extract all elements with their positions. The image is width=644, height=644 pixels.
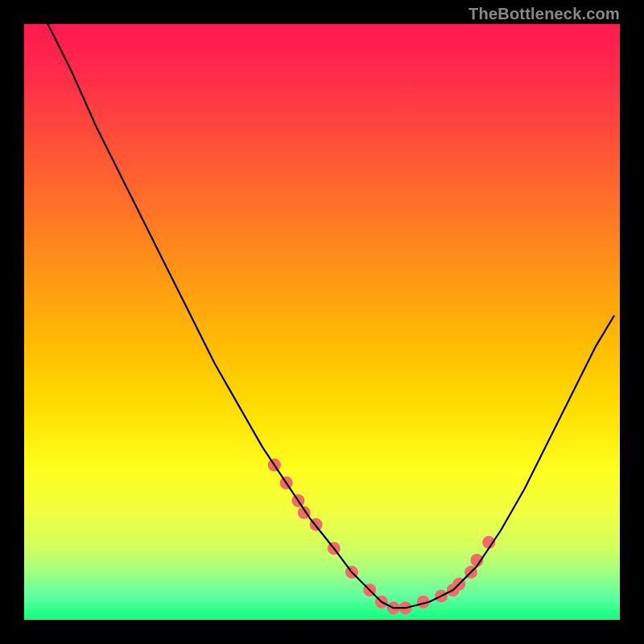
chart-frame: TheBottleneck.com [0, 0, 644, 644]
bottleneck-curve [48, 24, 614, 608]
chart-svg [24, 24, 620, 620]
watermark-text: TheBottleneck.com [469, 5, 620, 23]
plot-area [24, 24, 620, 620]
marker-layer [268, 459, 495, 615]
